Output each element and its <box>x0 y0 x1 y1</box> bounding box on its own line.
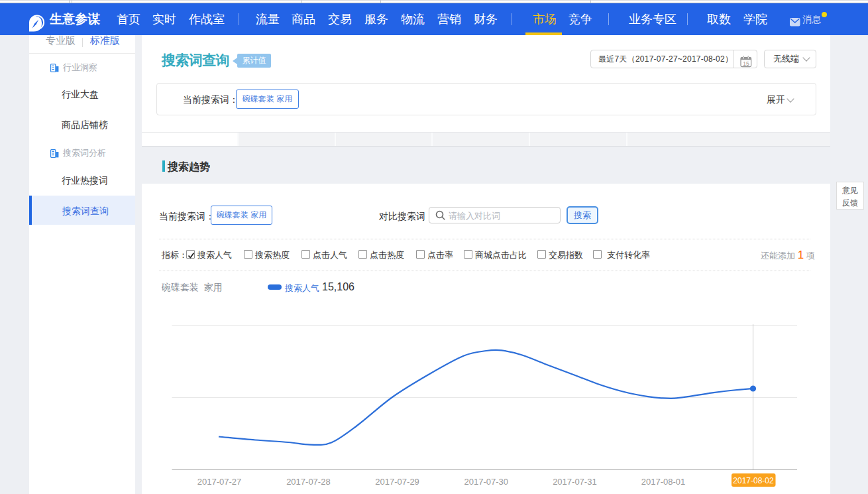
svg-text:15: 15 <box>743 60 749 67</box>
svg-text:2017-07-28: 2017-07-28 <box>286 477 331 487</box>
svg-text:2017-07-27: 2017-07-27 <box>197 477 242 487</box>
svg-text:2017-08-02: 2017-08-02 <box>733 476 774 485</box>
svg-text:2017-07-30: 2017-07-30 <box>464 477 509 487</box>
svg-text:2017-08-01: 2017-08-01 <box>641 477 686 487</box>
svg-text:2017-07-31: 2017-07-31 <box>553 477 597 487</box>
svg-text:2017-07-29: 2017-07-29 <box>375 477 419 487</box>
